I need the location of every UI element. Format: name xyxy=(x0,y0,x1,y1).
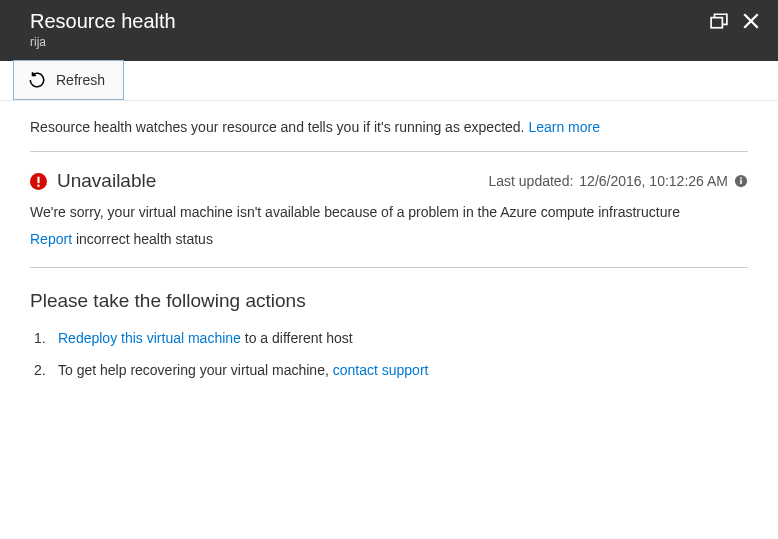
refresh-icon xyxy=(28,71,46,89)
redeploy-link[interactable]: Redeploy this virtual machine xyxy=(58,330,241,346)
svg-rect-5 xyxy=(37,184,39,186)
actions-list: 1. Redeploy this virtual machine to a di… xyxy=(30,330,748,378)
last-updated: Last updated: 12/6/2016, 10:12:26 AM xyxy=(488,173,748,189)
status-title: Unavailable xyxy=(57,170,156,192)
header-titles: Resource health rija xyxy=(30,10,176,49)
svg-rect-8 xyxy=(740,177,742,179)
close-icon[interactable] xyxy=(742,12,760,30)
refresh-label: Refresh xyxy=(56,72,105,88)
status-section: Unavailable Last updated: 12/6/2016, 10:… xyxy=(30,152,748,268)
action-suffix: to a different host xyxy=(241,330,353,346)
list-item: 1. Redeploy this virtual machine to a di… xyxy=(34,330,748,346)
last-updated-label: Last updated: xyxy=(488,173,573,189)
svg-rect-4 xyxy=(37,176,39,182)
list-item-text: Redeploy this virtual machine to a diffe… xyxy=(58,330,353,346)
blade-header: Resource health rija xyxy=(0,0,778,61)
status-left: Unavailable xyxy=(30,170,156,192)
contact-support-link[interactable]: contact support xyxy=(333,362,429,378)
error-icon xyxy=(30,173,47,190)
report-link[interactable]: Report xyxy=(30,231,72,247)
list-number: 2. xyxy=(34,362,48,378)
report-line: Report incorrect health status xyxy=(30,231,748,247)
actions-heading: Please take the following actions xyxy=(30,290,748,312)
list-item: 2. To get help recovering your virtual m… xyxy=(34,362,748,378)
svg-rect-0 xyxy=(711,18,722,28)
intro-text: Resource health watches your resource an… xyxy=(30,119,748,152)
svg-rect-7 xyxy=(740,180,742,184)
restore-icon[interactable] xyxy=(710,12,728,30)
list-number: 1. xyxy=(34,330,48,346)
status-row: Unavailable Last updated: 12/6/2016, 10:… xyxy=(30,170,748,192)
action-prefix: To get help recovering your virtual mach… xyxy=(58,362,333,378)
last-updated-value: 12/6/2016, 10:12:26 AM xyxy=(579,173,728,189)
learn-more-link[interactable]: Learn more xyxy=(528,119,600,135)
content-area: Resource health watches your resource an… xyxy=(0,101,778,412)
page-title: Resource health xyxy=(30,10,176,33)
actions-section: Please take the following actions 1. Red… xyxy=(30,268,748,378)
toolbar: Refresh xyxy=(0,61,778,101)
resource-name: rija xyxy=(30,35,176,49)
refresh-button[interactable]: Refresh xyxy=(13,60,124,100)
info-icon[interactable] xyxy=(734,174,748,188)
header-controls xyxy=(710,12,760,30)
report-suffix: incorrect health status xyxy=(72,231,213,247)
intro-description: Resource health watches your resource an… xyxy=(30,119,528,135)
list-item-text: To get help recovering your virtual mach… xyxy=(58,362,428,378)
status-message: We're sorry, your virtual machine isn't … xyxy=(30,202,748,223)
